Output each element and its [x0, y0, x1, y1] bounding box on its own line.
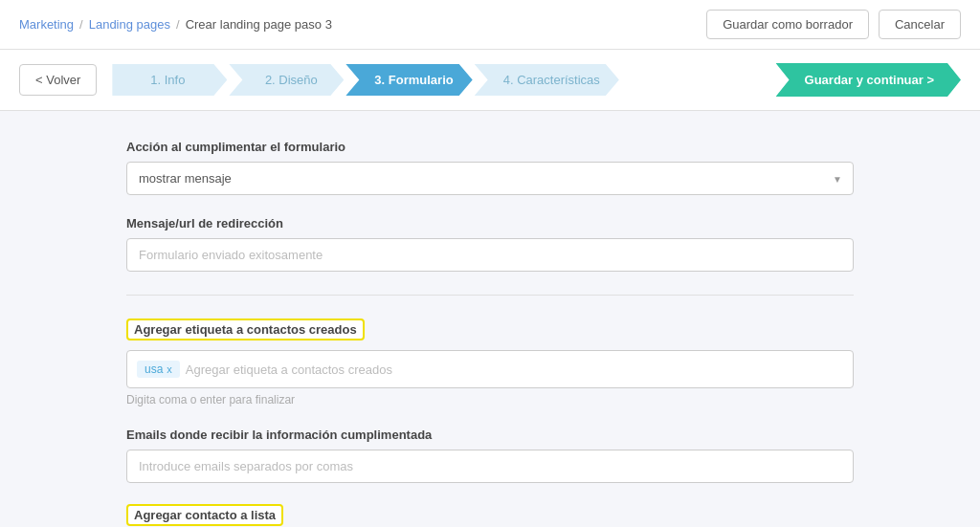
- list-section: Agregar contacto a lista LISTA ESTADOS U…: [126, 504, 854, 527]
- cancel-button[interactable]: Cancelar: [879, 10, 961, 39]
- breadcrumb-current: Crear landing page paso 3: [186, 17, 332, 32]
- step-2[interactable]: 2. Diseño: [229, 64, 344, 96]
- save-draft-button[interactable]: Guardar como borrador: [706, 10, 869, 39]
- breadcrumb-landing-pages[interactable]: Landing pages: [89, 17, 170, 32]
- breadcrumb-marketing[interactable]: Marketing: [19, 17, 74, 32]
- tag-input-wrapper[interactable]: usa x Agregar etiqueta a contactos cread…: [126, 350, 854, 388]
- breadcrumb-sep2: /: [176, 17, 180, 32]
- email-label: Emails donde recibir la información cump…: [126, 428, 854, 442]
- steps-bar: < Volver 1. Info 2. Diseño 3. Formulario…: [0, 50, 980, 111]
- breadcrumb-sep1: /: [79, 17, 83, 32]
- top-nav-buttons: Guardar como borrador Cancelar: [706, 10, 961, 39]
- tag-section: Agregar etiqueta a contactos creados usa…: [126, 318, 854, 406]
- step-1[interactable]: 1. Info: [112, 64, 227, 96]
- action-select-wrapper: mostrar mensaje: [126, 162, 854, 195]
- action-label: Acción al cumplimentar el formulario: [126, 140, 854, 154]
- step-4[interactable]: 4. Características: [475, 64, 619, 96]
- top-nav: Marketing / Landing pages / Crear landin…: [0, 0, 980, 50]
- step-3[interactable]: 3. Formulario: [345, 64, 472, 96]
- tag-label: Agregar etiqueta a contactos creados: [126, 318, 365, 340]
- main-content: Acción al cumplimentar el formulario mos…: [126, 140, 854, 527]
- message-input[interactable]: [126, 238, 854, 272]
- action-select[interactable]: mostrar mensaje: [126, 162, 854, 195]
- tag-usa: usa x: [137, 361, 180, 378]
- action-section: Acción al cumplimentar el formulario mos…: [126, 140, 854, 195]
- tag-close-icon[interactable]: x: [167, 363, 172, 375]
- tag-placeholder: Agregar etiqueta a contactos creados: [186, 362, 392, 377]
- message-label: Mensaje/url de redirección: [126, 216, 854, 231]
- list-label: Agregar contacto a lista: [126, 504, 283, 526]
- email-section: Emails donde recibir la información cump…: [126, 428, 854, 483]
- steps: 1. Info 2. Diseño 3. Formulario 4. Carac…: [112, 64, 768, 96]
- breadcrumb: Marketing / Landing pages / Crear landin…: [19, 17, 332, 32]
- tag-value: usa: [145, 362, 163, 376]
- save-continue-button[interactable]: Guardar y continuar >: [776, 63, 961, 97]
- tag-hint: Digita coma o enter para finalizar: [126, 393, 854, 406]
- message-section: Mensaje/url de redirección: [126, 216, 854, 272]
- email-input[interactable]: [126, 450, 854, 483]
- divider-1: [126, 295, 854, 296]
- back-button[interactable]: < Volver: [19, 64, 97, 96]
